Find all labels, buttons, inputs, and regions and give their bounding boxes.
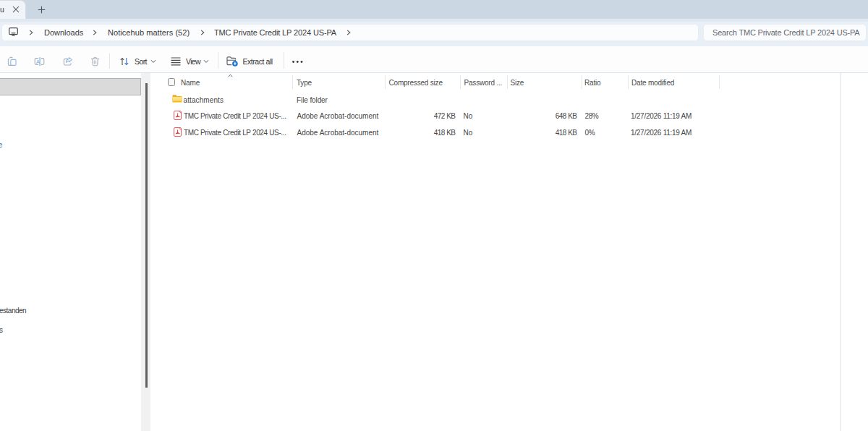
svg-text:A: A (36, 59, 40, 65)
